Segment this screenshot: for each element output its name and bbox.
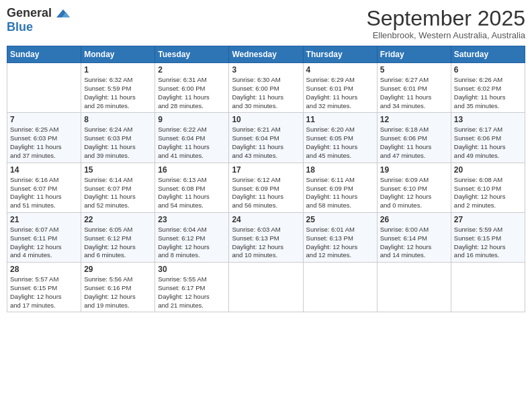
day-info: Sunrise: 6:26 AM Sunset: 6:02 PM Dayligh… bbox=[454, 76, 522, 110]
calendar: SundayMondayTuesdayWednesdayThursdayFrid… bbox=[7, 46, 525, 312]
day-info: Sunrise: 6:24 AM Sunset: 6:03 PM Dayligh… bbox=[84, 126, 152, 160]
day-info: Sunrise: 6:18 AM Sunset: 6:06 PM Dayligh… bbox=[380, 126, 448, 160]
calendar-week-4: 28Sunrise: 5:57 AM Sunset: 6:15 PM Dayli… bbox=[7, 263, 525, 312]
day-number: 3 bbox=[232, 65, 300, 75]
day-info: Sunrise: 5:59 AM Sunset: 6:15 PM Dayligh… bbox=[454, 226, 522, 260]
day-info: Sunrise: 6:21 AM Sunset: 6:04 PM Dayligh… bbox=[232, 126, 300, 160]
logo-blue: Blue bbox=[7, 20, 33, 34]
day-number: 1 bbox=[84, 65, 152, 75]
day-number: 14 bbox=[10, 165, 78, 175]
col-header-tuesday: Tuesday bbox=[155, 46, 229, 63]
day-info: Sunrise: 6:27 AM Sunset: 6:01 PM Dayligh… bbox=[380, 76, 448, 110]
day-info: Sunrise: 6:05 AM Sunset: 6:12 PM Dayligh… bbox=[84, 226, 152, 260]
col-header-saturday: Saturday bbox=[451, 46, 525, 63]
calendar-cell: 18Sunrise: 6:11 AM Sunset: 6:09 PM Dayli… bbox=[303, 163, 377, 212]
calendar-cell: 15Sunrise: 6:14 AM Sunset: 6:07 PM Dayli… bbox=[81, 163, 155, 212]
calendar-cell: 17Sunrise: 6:12 AM Sunset: 6:09 PM Dayli… bbox=[229, 163, 303, 212]
day-number: 28 bbox=[10, 265, 78, 274]
calendar-cell: 9Sunrise: 6:22 AM Sunset: 6:04 PM Daylig… bbox=[155, 113, 229, 163]
day-number: 26 bbox=[380, 215, 448, 224]
day-number: 2 bbox=[158, 65, 226, 75]
calendar-cell bbox=[377, 263, 451, 312]
calendar-cell: 13Sunrise: 6:17 AM Sunset: 6:06 PM Dayli… bbox=[451, 113, 525, 163]
day-info: Sunrise: 6:32 AM Sunset: 5:59 PM Dayligh… bbox=[84, 76, 152, 110]
day-number: 20 bbox=[454, 165, 522, 175]
day-info: Sunrise: 6:04 AM Sunset: 6:12 PM Dayligh… bbox=[158, 226, 226, 260]
day-number: 25 bbox=[306, 215, 374, 224]
day-number: 21 bbox=[10, 215, 78, 224]
day-number: 5 bbox=[380, 65, 448, 75]
day-number: 18 bbox=[306, 165, 374, 175]
calendar-cell: 20Sunrise: 6:08 AM Sunset: 6:10 PM Dayli… bbox=[451, 163, 525, 212]
day-info: Sunrise: 6:14 AM Sunset: 6:07 PM Dayligh… bbox=[84, 176, 152, 210]
page-header: General Blue September 2025 Ellenbrook, … bbox=[7, 7, 525, 40]
day-info: Sunrise: 6:20 AM Sunset: 6:05 PM Dayligh… bbox=[306, 126, 374, 160]
day-info: Sunrise: 6:07 AM Sunset: 6:11 PM Dayligh… bbox=[10, 226, 78, 260]
calendar-week-2: 14Sunrise: 6:16 AM Sunset: 6:07 PM Dayli… bbox=[7, 163, 525, 212]
day-number: 6 bbox=[454, 65, 522, 75]
day-number: 7 bbox=[10, 115, 78, 124]
logo: General Blue bbox=[7, 7, 70, 34]
calendar-cell: 1Sunrise: 6:32 AM Sunset: 5:59 PM Daylig… bbox=[81, 63, 155, 113]
day-info: Sunrise: 5:55 AM Sunset: 6:17 PM Dayligh… bbox=[158, 275, 226, 310]
calendar-cell: 12Sunrise: 6:18 AM Sunset: 6:06 PM Dayli… bbox=[377, 113, 451, 163]
day-number: 9 bbox=[158, 115, 226, 124]
calendar-cell: 8Sunrise: 6:24 AM Sunset: 6:03 PM Daylig… bbox=[81, 113, 155, 163]
day-info: Sunrise: 6:22 AM Sunset: 6:04 PM Dayligh… bbox=[158, 126, 226, 160]
calendar-cell: 22Sunrise: 6:05 AM Sunset: 6:12 PM Dayli… bbox=[81, 212, 155, 262]
title-block: September 2025 Ellenbrook, Western Austr… bbox=[366, 7, 525, 40]
calendar-cell: 6Sunrise: 6:26 AM Sunset: 6:02 PM Daylig… bbox=[451, 63, 525, 113]
day-number: 4 bbox=[306, 65, 374, 75]
day-number: 12 bbox=[380, 115, 448, 124]
day-info: Sunrise: 6:16 AM Sunset: 6:07 PM Dayligh… bbox=[10, 176, 78, 210]
calendar-cell: 27Sunrise: 5:59 AM Sunset: 6:15 PM Dayli… bbox=[451, 212, 525, 262]
calendar-cell bbox=[229, 263, 303, 312]
day-number: 27 bbox=[454, 215, 522, 224]
calendar-cell: 11Sunrise: 6:20 AM Sunset: 6:05 PM Dayli… bbox=[303, 113, 377, 163]
day-number: 11 bbox=[306, 115, 374, 124]
calendar-cell: 21Sunrise: 6:07 AM Sunset: 6:11 PM Dayli… bbox=[7, 212, 81, 262]
day-info: Sunrise: 6:09 AM Sunset: 6:10 PM Dayligh… bbox=[380, 176, 448, 210]
calendar-cell: 30Sunrise: 5:55 AM Sunset: 6:17 PM Dayli… bbox=[155, 263, 229, 312]
calendar-week-1: 7Sunrise: 6:25 AM Sunset: 6:03 PM Daylig… bbox=[7, 113, 525, 163]
calendar-cell: 16Sunrise: 6:13 AM Sunset: 6:08 PM Dayli… bbox=[155, 163, 229, 212]
calendar-week-3: 21Sunrise: 6:07 AM Sunset: 6:11 PM Dayli… bbox=[7, 212, 525, 262]
calendar-cell: 4Sunrise: 6:29 AM Sunset: 6:01 PM Daylig… bbox=[303, 63, 377, 113]
day-info: Sunrise: 6:11 AM Sunset: 6:09 PM Dayligh… bbox=[306, 176, 374, 210]
col-header-friday: Friday bbox=[377, 46, 451, 63]
day-number: 22 bbox=[84, 215, 152, 224]
day-info: Sunrise: 6:17 AM Sunset: 6:06 PM Dayligh… bbox=[454, 126, 522, 160]
calendar-cell: 26Sunrise: 6:00 AM Sunset: 6:14 PM Dayli… bbox=[377, 212, 451, 262]
calendar-cell: 3Sunrise: 6:30 AM Sunset: 6:00 PM Daylig… bbox=[229, 63, 303, 113]
day-info: Sunrise: 5:56 AM Sunset: 6:16 PM Dayligh… bbox=[84, 275, 152, 310]
day-info: Sunrise: 6:01 AM Sunset: 6:13 PM Dayligh… bbox=[306, 226, 374, 260]
calendar-cell: 7Sunrise: 6:25 AM Sunset: 6:03 PM Daylig… bbox=[7, 113, 81, 163]
day-info: Sunrise: 5:57 AM Sunset: 6:15 PM Dayligh… bbox=[10, 275, 78, 310]
day-info: Sunrise: 6:08 AM Sunset: 6:10 PM Dayligh… bbox=[454, 176, 522, 210]
col-header-thursday: Thursday bbox=[303, 46, 377, 63]
day-number: 13 bbox=[454, 115, 522, 124]
calendar-cell bbox=[303, 263, 377, 312]
logo-icon bbox=[56, 8, 70, 19]
day-info: Sunrise: 6:13 AM Sunset: 6:08 PM Dayligh… bbox=[158, 176, 226, 210]
calendar-cell: 19Sunrise: 6:09 AM Sunset: 6:10 PM Dayli… bbox=[377, 163, 451, 212]
month-title: September 2025 bbox=[366, 7, 525, 30]
day-info: Sunrise: 6:31 AM Sunset: 6:00 PM Dayligh… bbox=[158, 76, 226, 110]
calendar-cell: 14Sunrise: 6:16 AM Sunset: 6:07 PM Dayli… bbox=[7, 163, 81, 212]
calendar-cell bbox=[7, 63, 81, 113]
col-header-monday: Monday bbox=[81, 46, 155, 63]
day-info: Sunrise: 6:12 AM Sunset: 6:09 PM Dayligh… bbox=[232, 176, 300, 210]
calendar-cell: 10Sunrise: 6:21 AM Sunset: 6:04 PM Dayli… bbox=[229, 113, 303, 163]
day-info: Sunrise: 6:25 AM Sunset: 6:03 PM Dayligh… bbox=[10, 126, 78, 160]
calendar-cell: 23Sunrise: 6:04 AM Sunset: 6:12 PM Dayli… bbox=[155, 212, 229, 262]
day-number: 10 bbox=[232, 115, 300, 124]
day-number: 17 bbox=[232, 165, 300, 175]
day-info: Sunrise: 6:29 AM Sunset: 6:01 PM Dayligh… bbox=[306, 76, 374, 110]
calendar-cell bbox=[451, 263, 525, 312]
day-number: 30 bbox=[158, 265, 226, 274]
day-info: Sunrise: 6:00 AM Sunset: 6:14 PM Dayligh… bbox=[380, 226, 448, 260]
day-number: 24 bbox=[232, 215, 300, 224]
calendar-cell: 29Sunrise: 5:56 AM Sunset: 6:16 PM Dayli… bbox=[81, 263, 155, 312]
calendar-cell: 24Sunrise: 6:03 AM Sunset: 6:13 PM Dayli… bbox=[229, 212, 303, 262]
logo-general: General bbox=[7, 6, 52, 19]
